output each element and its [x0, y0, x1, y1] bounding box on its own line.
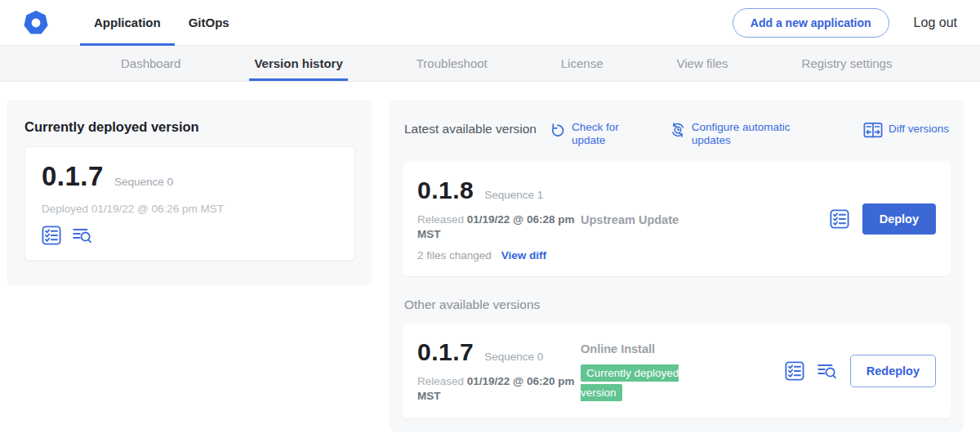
currently-deployed-panel: Currently deployed version 0.1.7 Sequenc…: [7, 100, 372, 285]
app-logo-icon: [23, 10, 49, 36]
add-new-application-button[interactable]: Add a new application: [733, 8, 889, 38]
check-for-update-action[interactable]: Check for update: [550, 121, 619, 147]
subnav-license[interactable]: License: [556, 46, 608, 81]
deploy-button[interactable]: Deploy: [862, 203, 936, 235]
deployed-version-card: 0.1.7 Sequence 0 Deployed 01/19/22 @ 06:…: [24, 146, 355, 261]
latest-version-card: 0.1.8 Sequence 1 Released 01/19/22 @ 06:…: [403, 162, 951, 276]
check-update-label: Check for update: [572, 121, 619, 147]
view-logs-icon[interactable]: [817, 361, 837, 381]
deployed-panel-title: Currently deployed version: [24, 119, 355, 135]
currently-deployed-badge: Currently deployed version: [581, 364, 679, 401]
auto-update-clock-icon: [670, 122, 686, 138]
other-versions-title: Other available versions: [404, 297, 951, 312]
top-header: Application GitOps Add a new application…: [0, 0, 980, 46]
app-subnav: Dashboard Version history Troubleshoot L…: [0, 46, 980, 82]
other-version-number: 0.1.7: [417, 338, 474, 366]
subnav-registry-settings[interactable]: Registry settings: [797, 46, 898, 81]
other-source-label: Online Install: [581, 342, 785, 355]
deployed-sequence-label: Sequence 0: [114, 176, 173, 188]
other-sequence-label: Sequence 0: [484, 351, 543, 363]
header-tabs: Application GitOps: [80, 0, 243, 46]
subnav-dashboard[interactable]: Dashboard: [116, 46, 185, 81]
configure-updates-label: Configure automatic updates: [692, 121, 791, 147]
available-panel-header: Latest available version Check for updat…: [403, 113, 951, 150]
other-version-card: 0.1.7 Sequence 0 Released 01/19/22 @ 06:…: [403, 324, 951, 418]
tab-application[interactable]: Application: [80, 0, 175, 46]
latest-available-title: Latest available version: [404, 121, 537, 138]
other-released-line: Released 01/19/22 @ 06:20 pm MST: [417, 374, 581, 403]
deployed-date-line: Deployed 01/19/22 @ 06:26 pm MST: [42, 203, 338, 215]
diff-columns-icon: [863, 122, 883, 138]
main-content: Currently deployed version 0.1.7 Sequenc…: [0, 82, 980, 431]
latest-version-number: 0.1.8: [417, 177, 474, 204]
configure-automatic-updates-action[interactable]: Configure automatic updates: [670, 121, 791, 147]
preflight-checklist-icon[interactable]: [830, 209, 849, 229]
diff-versions-action[interactable]: Diff versions: [863, 121, 949, 138]
latest-released-line: Released 01/19/22 @ 06:28 pm MST: [417, 212, 581, 241]
preflight-checklist-icon[interactable]: [42, 226, 61, 245]
refresh-icon: [550, 122, 566, 138]
tab-gitops[interactable]: GitOps: [175, 0, 243, 46]
available-versions-panel: Latest available version Check for updat…: [390, 100, 964, 431]
diff-versions-label: Diff versions: [889, 123, 949, 136]
files-changed-label: 2 files changed: [417, 249, 492, 261]
deployed-version-number: 0.1.7: [42, 161, 104, 192]
logout-button[interactable]: Log out: [914, 16, 957, 30]
subnav-troubleshoot[interactable]: Troubleshoot: [412, 46, 492, 81]
preflight-checklist-icon[interactable]: [785, 361, 804, 381]
latest-sequence-label: Sequence 1: [484, 189, 543, 201]
subnav-version-history[interactable]: Version history: [249, 46, 347, 81]
view-logs-icon[interactable]: [73, 226, 92, 245]
latest-source-label: Upstream Update: [581, 213, 830, 226]
redeploy-button[interactable]: Redeploy: [850, 355, 936, 387]
subnav-view-files[interactable]: View files: [671, 46, 733, 81]
view-diff-link[interactable]: View diff: [501, 249, 546, 261]
header-right: Add a new application Log out: [733, 8, 957, 38]
